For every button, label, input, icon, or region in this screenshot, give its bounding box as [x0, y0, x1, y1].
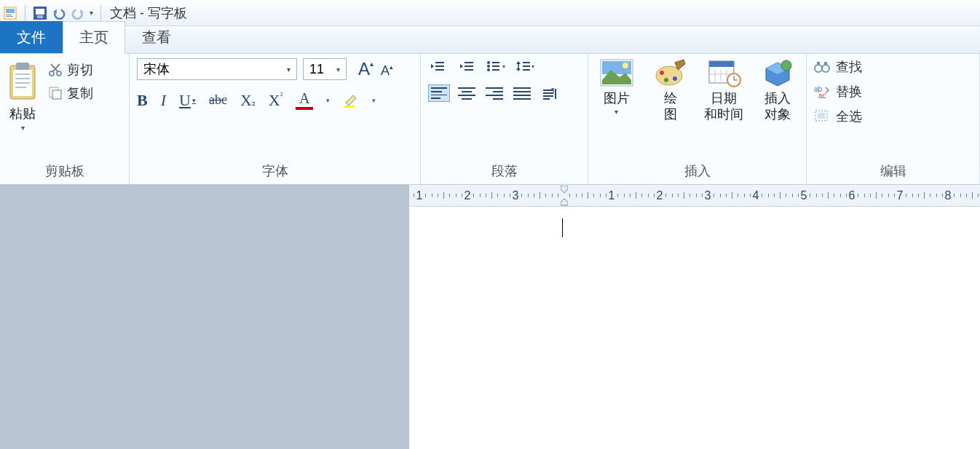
- svg-rect-6: [37, 15, 43, 18]
- undo-icon[interactable]: [52, 6, 66, 20]
- increase-indent-button[interactable]: [457, 58, 476, 74]
- document-area: 32112345678: [0, 185, 980, 449]
- line-spacing-button[interactable]: ▾: [515, 58, 534, 74]
- replace-button[interactable]: abac 替换: [814, 83, 862, 100]
- paragraph-dialog-button[interactable]: ¶: [539, 84, 561, 102]
- grow-font-button[interactable]: A▴: [358, 59, 374, 79]
- indent-marker-icon[interactable]: [561, 186, 568, 206]
- svg-point-40: [623, 63, 628, 68]
- svg-point-42: [660, 71, 664, 75]
- svg-point-56: [822, 65, 829, 72]
- ruler-number: 1: [609, 189, 615, 202]
- font-size-combo[interactable]: 11 ▾: [303, 58, 347, 80]
- svg-rect-5: [36, 9, 44, 15]
- app-icon[interactable]: [3, 6, 17, 20]
- ruler[interactable]: 32112345678: [409, 185, 980, 207]
- shrink-font-button[interactable]: A▴: [381, 63, 393, 79]
- scissors-icon: [48, 63, 63, 77]
- clipboard-group-label: 剪贴板: [0, 159, 129, 184]
- svg-rect-46: [709, 61, 734, 67]
- clipboard-group: 粘贴 ▾ 剪切 复制 剪贴板: [0, 54, 130, 184]
- object-label: 插入 对象: [764, 90, 791, 122]
- decrease-indent-button[interactable]: [428, 58, 447, 74]
- svg-rect-57: [817, 62, 820, 65]
- selectall-label: 全选: [836, 108, 862, 125]
- svg-rect-1: [6, 9, 15, 13]
- bullet-list-button[interactable]: ▾: [486, 58, 505, 74]
- svg-rect-19: [52, 90, 61, 99]
- qat-customize-icon[interactable]: ▾: [90, 9, 93, 17]
- paste-dropdown-icon[interactable]: ▾: [21, 124, 25, 132]
- highlight-button[interactable]: [343, 92, 359, 108]
- picture-label: 图片: [604, 90, 630, 106]
- binoculars-icon: [814, 60, 830, 74]
- ruler-number: 3: [513, 189, 519, 202]
- paragraph-group-label: 段落: [421, 159, 588, 184]
- font-name-combo[interactable]: 宋体 ▾: [137, 58, 297, 80]
- replace-label: 替换: [836, 83, 862, 100]
- ruler-number: 1: [416, 189, 423, 202]
- selectall-button[interactable]: 全选: [814, 108, 862, 125]
- svg-rect-2: [6, 15, 12, 15]
- strikethrough-button[interactable]: abc: [209, 92, 227, 108]
- document-page[interactable]: [409, 207, 980, 449]
- font-color-button[interactable]: A: [296, 90, 313, 110]
- font-name-value: 宋体: [143, 60, 170, 78]
- svg-rect-9: [16, 63, 29, 70]
- subscript-button[interactable]: X₂: [240, 91, 256, 110]
- svg-point-29: [487, 68, 490, 71]
- insert-datetime-button[interactable]: 日期 和时间: [703, 58, 746, 122]
- paste-label: 粘贴: [9, 105, 36, 122]
- window-title: 文档 - 写字板: [110, 4, 187, 22]
- dropdown-icon: ▾: [615, 108, 618, 116]
- cut-button[interactable]: 剪切: [48, 61, 93, 79]
- ruler-number: 3: [705, 189, 711, 202]
- superscript-button[interactable]: X²: [269, 91, 283, 110]
- calendar-clock-icon: [706, 58, 741, 87]
- picture-icon: [599, 58, 634, 87]
- svg-rect-62: [818, 113, 825, 119]
- ribbon: 粘贴 ▾ 剪切 复制 剪贴板 宋体 ▾: [0, 54, 980, 185]
- insert-group: 图片 ▾ 绘 图 日期 和时间 插入 对象 插入: [588, 54, 807, 184]
- datetime-label: 日期 和时间: [704, 90, 743, 122]
- paint-icon: [653, 58, 688, 87]
- view-tab[interactable]: 查看: [125, 21, 188, 53]
- paint-label: 绘 图: [664, 90, 677, 122]
- insert-group-label: 插入: [588, 159, 806, 184]
- file-tab[interactable]: 文件: [0, 21, 63, 53]
- find-button[interactable]: 查找: [814, 58, 862, 76]
- paste-button[interactable]: 粘贴 ▾: [7, 58, 38, 132]
- align-justify-button[interactable]: [511, 84, 533, 102]
- svg-point-55: [815, 65, 822, 72]
- svg-point-28: [487, 65, 490, 68]
- underline-button[interactable]: U▾: [179, 91, 196, 110]
- copy-button[interactable]: 复制: [48, 84, 93, 102]
- italic-button[interactable]: I: [161, 91, 166, 110]
- insert-picture-button[interactable]: 图片 ▾: [596, 58, 638, 116]
- object-icon: [760, 58, 795, 87]
- align-left-button[interactable]: [428, 84, 450, 102]
- svg-text:¶: ¶: [551, 87, 555, 94]
- ruler-number: 2: [465, 189, 471, 202]
- svg-point-27: [487, 61, 490, 64]
- save-icon[interactable]: [33, 6, 47, 20]
- edit-group-label: 编辑: [807, 159, 979, 184]
- align-center-button[interactable]: [456, 84, 478, 102]
- redo-icon[interactable]: [71, 6, 85, 20]
- ruler-number: 4: [753, 189, 759, 202]
- home-tab[interactable]: 主页: [63, 21, 125, 54]
- font-group-label: 字体: [130, 159, 420, 184]
- insert-paint-button[interactable]: 绘 图: [649, 58, 692, 122]
- svg-point-44: [673, 76, 677, 81]
- align-right-button[interactable]: [483, 84, 505, 102]
- insert-object-button[interactable]: 插入 对象: [756, 58, 799, 122]
- highlight-dropdown-icon[interactable]: ▾: [372, 97, 376, 104]
- dropdown-icon: ▾: [287, 65, 291, 73]
- bold-button[interactable]: B: [137, 91, 148, 110]
- svg-point-54: [781, 60, 791, 71]
- find-label: 查找: [836, 58, 862, 76]
- replace-icon: abac: [814, 84, 830, 99]
- svg-rect-3: [6, 16, 13, 17]
- paragraph-group: ▾ ▾ ¶ 段落: [421, 54, 588, 184]
- font-color-dropdown-icon[interactable]: ▾: [326, 97, 330, 104]
